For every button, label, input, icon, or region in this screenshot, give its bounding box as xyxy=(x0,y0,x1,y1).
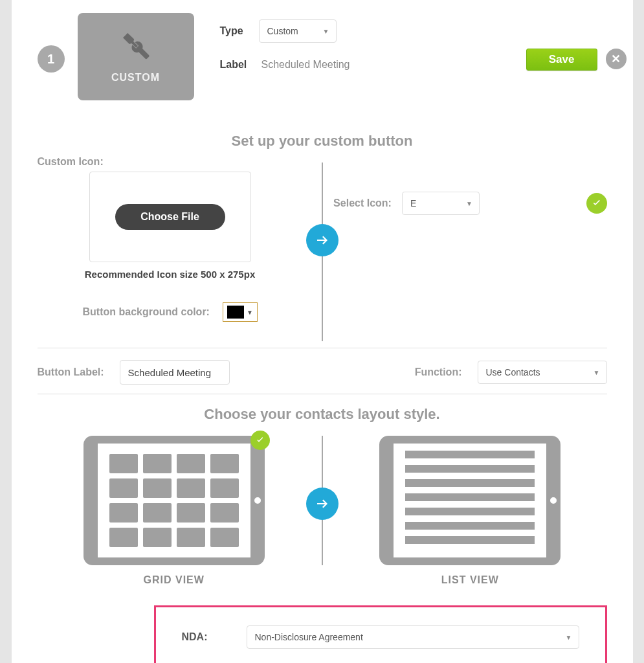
layout-section: GRID VIEW LIST VIEW xyxy=(38,429,607,599)
select-icon-row: Select Icon: E ▼ xyxy=(333,192,606,215)
preview-label: CUSTOM xyxy=(111,72,160,84)
settings-panel: 1 CUSTOM Type Custom ▼ Label Scheduled M… xyxy=(12,0,633,663)
type-value: Custom xyxy=(267,26,298,36)
function-title: Function: xyxy=(415,366,462,378)
upload-dropzone[interactable]: Choose File xyxy=(89,172,251,262)
icon-left-column: Custom Icon: Choose File Recommended Ico… xyxy=(38,156,311,322)
chevron-down-icon: ▼ xyxy=(566,634,572,641)
close-button[interactable]: ✕ xyxy=(606,49,627,69)
type-row: Type Custom ▼ xyxy=(220,19,607,43)
layout-title: Choose your contacts layout style. xyxy=(38,406,607,423)
icon-setup: Custom Icon: Choose File Recommended Ico… xyxy=(38,156,607,341)
grid-cells-icon xyxy=(109,454,239,547)
bg-color-row: Button background color: ▼ xyxy=(83,302,311,322)
arrow-right-icon xyxy=(306,488,339,520)
select-icon-label: Select Icon: xyxy=(333,197,392,209)
save-button[interactable]: Save xyxy=(526,49,597,71)
button-label-title: Button Label: xyxy=(38,366,104,378)
selected-badge xyxy=(250,431,270,450)
tools-icon xyxy=(120,30,151,64)
chevron-down-icon: ▼ xyxy=(466,200,472,207)
button-label-input[interactable] xyxy=(120,360,230,385)
chevron-down-icon: ▼ xyxy=(323,28,329,35)
step-number: 1 xyxy=(38,45,65,73)
arrow-right-icon xyxy=(306,224,339,256)
chevron-down-icon: ▼ xyxy=(247,309,253,316)
custom-icon-label: Custom Icon: xyxy=(38,156,311,168)
check-icon xyxy=(255,435,265,445)
icon-confirmed-badge xyxy=(586,193,607,214)
list-rows-icon xyxy=(405,451,535,550)
top-row: 1 CUSTOM Type Custom ▼ Label Scheduled M… xyxy=(38,13,607,100)
list-view-option[interactable]: LIST VIEW xyxy=(333,436,606,586)
divider xyxy=(38,348,607,348)
grid-view-option[interactable]: GRID VIEW xyxy=(38,436,311,586)
divider xyxy=(38,394,607,394)
bg-color-label: Button background color: xyxy=(83,306,210,318)
close-icon: ✕ xyxy=(611,52,621,66)
check-icon xyxy=(591,197,603,209)
setup-title: Set up your custom button xyxy=(38,133,607,150)
function-select[interactable]: Use Contacts ▼ xyxy=(478,361,607,384)
function-wrap: Function: Use Contacts ▼ xyxy=(415,361,607,384)
type-label: Type xyxy=(220,25,259,37)
list-view-label: LIST VIEW xyxy=(441,574,499,586)
nda-highlight: NDA: Non-Disclosure Agreement ▼ xyxy=(154,605,607,663)
label-function-row: Button Label: Function: Use Contacts ▼ xyxy=(38,360,607,385)
tablet-icon xyxy=(83,436,265,565)
icon-size-note: Recommended Icon size 500 x 275px xyxy=(73,269,267,280)
nda-value: Non-Disclosure Agreement xyxy=(255,632,363,642)
select-icon-value: E xyxy=(410,198,416,208)
label-value: Scheduled Meeting xyxy=(261,59,350,71)
function-value: Use Contacts xyxy=(486,367,540,377)
chevron-down-icon: ▼ xyxy=(594,369,600,376)
color-swatch xyxy=(227,306,244,319)
icon-right-column: Select Icon: E ▼ xyxy=(333,156,606,215)
choose-file-button[interactable]: Choose File xyxy=(115,204,225,230)
select-icon-dropdown[interactable]: E ▼ xyxy=(402,192,480,215)
tablet-icon xyxy=(379,436,561,565)
nda-label: NDA: xyxy=(182,631,208,643)
bg-color-picker[interactable]: ▼ xyxy=(223,302,258,322)
type-select[interactable]: Custom ▼ xyxy=(259,19,337,43)
button-preview: CUSTOM xyxy=(78,13,194,100)
label-label: Label xyxy=(220,59,259,71)
nda-select[interactable]: Non-Disclosure Agreement ▼ xyxy=(247,625,579,649)
grid-view-label: GRID VIEW xyxy=(144,574,205,586)
